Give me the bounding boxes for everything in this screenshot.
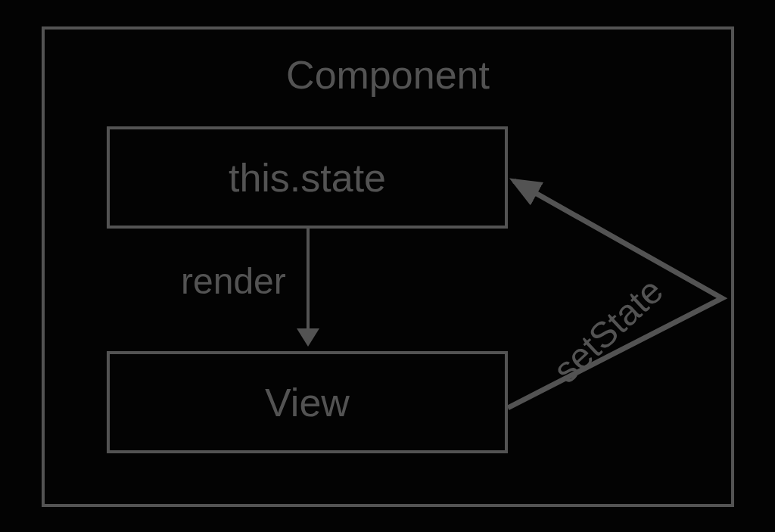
render-arrow-icon (307, 229, 310, 333)
view-box: View (107, 351, 508, 453)
component-container: Component this.state render View setStat… (42, 26, 734, 507)
view-label: View (265, 380, 350, 425)
component-title: Component (45, 52, 731, 98)
setstate-label: setState (545, 269, 671, 390)
state-box: this.state (107, 126, 508, 229)
render-label: render (181, 260, 286, 302)
state-label: this.state (229, 155, 386, 201)
